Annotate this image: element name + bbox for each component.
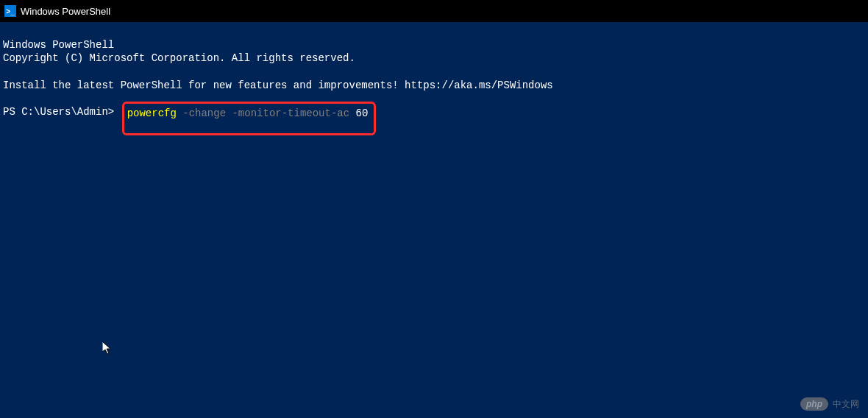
terminal-area[interactable]: Windows PowerShell Copyright (C) Microso… xyxy=(0,22,868,156)
watermark: php 中文网 xyxy=(800,397,859,411)
command-name: powercfg xyxy=(127,107,177,120)
command-highlight-box: powercfg -change -monitor-timeout-ac 60 xyxy=(122,102,377,135)
prompt-text: PS C:\Users\Admin> xyxy=(3,105,121,118)
window-title: Windows PowerShell xyxy=(21,6,110,17)
command-args-gray: -change -monitor-timeout-ac xyxy=(177,107,349,120)
powershell-icon: >_ xyxy=(4,5,16,17)
command-args-white: 60 xyxy=(349,107,368,120)
terminal-header-line1: Windows PowerShell xyxy=(3,39,114,51)
watermark-text: 中文网 xyxy=(833,398,859,411)
powershell-icon-glyph: >_ xyxy=(6,7,14,15)
watermark-badge: php xyxy=(800,397,828,411)
terminal-install-message: Install the latest PowerShell for new fe… xyxy=(3,79,553,91)
terminal-header-line2: Copyright (C) Microsoft Corporation. All… xyxy=(3,52,355,64)
window-titlebar[interactable]: >_ Windows PowerShell xyxy=(0,0,868,22)
mouse-cursor-icon xyxy=(102,341,114,356)
prompt-line: PS C:\Users\Admin> powercfg -change -mon… xyxy=(3,105,865,139)
